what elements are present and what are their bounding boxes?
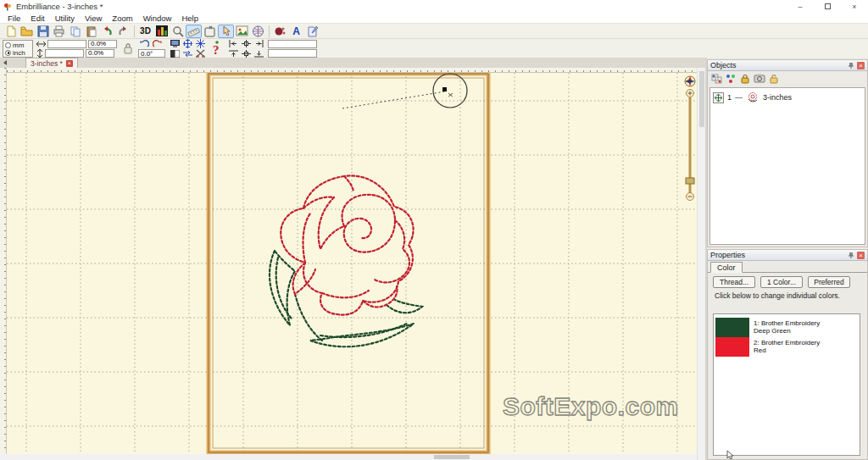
- height-arrows-icon: [36, 49, 43, 58]
- snap-button[interactable]: [194, 39, 206, 48]
- snap-icon: [196, 39, 205, 48]
- color-buttons: Thread... 1 Color... Preferred: [708, 273, 867, 290]
- tab-color[interactable]: Color: [710, 262, 743, 273]
- objects-list: 1 — 3-inches: [709, 87, 865, 245]
- lock-all-icon[interactable]: [740, 74, 750, 84]
- monitor-button[interactable]: [169, 39, 181, 48]
- align-bottom-button[interactable]: [253, 49, 264, 58]
- copy-button[interactable]: [67, 25, 83, 38]
- align-center-h-button[interactable]: [240, 39, 252, 48]
- save-button[interactable]: [35, 25, 51, 38]
- paste-button[interactable]: [83, 25, 99, 38]
- ungroup-icon[interactable]: [726, 74, 737, 84]
- hoop-button[interactable]: [202, 25, 218, 38]
- library-button[interactable]: [272, 25, 288, 38]
- restore-button[interactable]: [814, 0, 841, 13]
- horizontal-scrollbar[interactable]: [0, 454, 697, 460]
- camera-icon[interactable]: [754, 74, 765, 83]
- unit-mm-option[interactable]: mm: [5, 42, 31, 49]
- move-icon[interactable]: [713, 92, 724, 103]
- position-y-input[interactable]: [268, 49, 317, 58]
- zoom-slider[interactable]: [680, 75, 697, 202]
- pin-icon[interactable]: [848, 252, 854, 259]
- thread-button[interactable]: Thread...: [713, 276, 755, 288]
- center-hoop-button[interactable]: [181, 39, 193, 48]
- one-color-button[interactable]: 1 Color...: [760, 276, 803, 288]
- color-row-1[interactable]: 1: Brother Embroidery Deep Green: [715, 318, 858, 337]
- stitch-view-button[interactable]: [153, 25, 170, 38]
- color-swatch-red[interactable]: [715, 337, 749, 357]
- align-right-icon: [254, 40, 264, 47]
- print-button[interactable]: [51, 25, 67, 38]
- new-button[interactable]: [3, 25, 19, 38]
- position-x-input[interactable]: [268, 40, 317, 48]
- menu-zoom[interactable]: Zoom: [107, 14, 137, 23]
- monitor-icon: [170, 40, 180, 47]
- width-input[interactable]: [47, 40, 86, 48]
- contrast-button[interactable]: [169, 49, 181, 58]
- lettering-button[interactable]: A: [288, 25, 304, 38]
- zoom-button[interactable]: [170, 25, 186, 38]
- mirror-button[interactable]: [181, 49, 193, 58]
- unit-inch-option[interactable]: inch: [5, 49, 31, 57]
- tab-scroll-left-button[interactable]: [0, 58, 10, 68]
- menu-view[interactable]: View: [80, 14, 107, 23]
- view-3d-button[interactable]: 3D: [137, 25, 153, 38]
- background-image-button[interactable]: [234, 25, 250, 38]
- size-fields: [36, 40, 117, 58]
- redo-button[interactable]: [115, 25, 131, 38]
- objects-panel-close-button[interactable]: ×: [857, 62, 865, 69]
- width-percent-input[interactable]: [88, 40, 117, 48]
- vertical-scrollbar[interactable]: [697, 68, 705, 460]
- angle-input[interactable]: [138, 49, 165, 58]
- undo-icon: [101, 25, 114, 37]
- undo-button[interactable]: [99, 25, 115, 38]
- object-item-1[interactable]: 1 — 3-inches: [713, 91, 862, 104]
- properties-panel-close-button[interactable]: ×: [857, 252, 865, 259]
- design-canvas[interactable]: SoftExpo.com: [7, 73, 697, 454]
- merge-button[interactable]: [304, 25, 320, 38]
- position-fields: [268, 40, 317, 58]
- zoom-icon: [172, 25, 184, 37]
- vertical-scrollbar-thumb[interactable]: [699, 71, 704, 127]
- align-top-button[interactable]: [227, 49, 239, 58]
- rotate-left-button[interactable]: [138, 39, 150, 48]
- open-button[interactable]: [19, 25, 35, 38]
- rotate-group: [138, 39, 165, 58]
- align-center-v-button[interactable]: [240, 49, 252, 58]
- pin-icon[interactable]: [848, 62, 854, 69]
- align-left-button[interactable]: [227, 39, 239, 48]
- menu-window[interactable]: Window: [138, 14, 177, 23]
- pointer-button[interactable]: [218, 25, 234, 38]
- mesh-button[interactable]: [250, 25, 266, 38]
- objects-toolbar: [708, 71, 867, 86]
- horizontal-scrollbar-thumb[interactable]: [434, 455, 470, 459]
- save-icon: [37, 25, 49, 37]
- menu-edit[interactable]: Edit: [25, 14, 49, 23]
- menu-help[interactable]: Help: [176, 14, 203, 23]
- window-title: Embrilliance - 3-inches *: [16, 2, 103, 11]
- sew-simulate-button[interactable]: ?: [209, 40, 224, 58]
- minimize-button[interactable]: –: [787, 0, 814, 13]
- menu-utility[interactable]: Utility: [50, 14, 80, 23]
- group-icon[interactable]: [711, 74, 722, 84]
- height-input[interactable]: [45, 49, 84, 58]
- preferred-button[interactable]: Preferred: [808, 276, 850, 288]
- measure-button[interactable]: [186, 25, 202, 38]
- height-percent-input[interactable]: [86, 49, 114, 58]
- menu-file[interactable]: File: [3, 14, 25, 23]
- close-button[interactable]: ×: [841, 0, 868, 13]
- aspect-lock-button[interactable]: [120, 41, 135, 57]
- tab-close-icon[interactable]: ×: [66, 60, 73, 67]
- color-swatch-green[interactable]: [715, 318, 749, 337]
- unlock-all-icon[interactable]: [769, 74, 779, 84]
- object-item-label: 3-inches: [763, 93, 792, 102]
- align-right-button[interactable]: [253, 39, 264, 48]
- trim-button[interactable]: [194, 49, 206, 58]
- chevron-left-icon: [3, 60, 7, 65]
- rotate-right-button[interactable]: [151, 39, 163, 48]
- color-row-2[interactable]: 2: Brother Embroidery Red: [715, 337, 858, 357]
- tab-3-inches[interactable]: 3-inches * ×: [25, 58, 78, 68]
- align-bottom-icon: [254, 50, 264, 58]
- svg-text:?: ?: [213, 43, 220, 57]
